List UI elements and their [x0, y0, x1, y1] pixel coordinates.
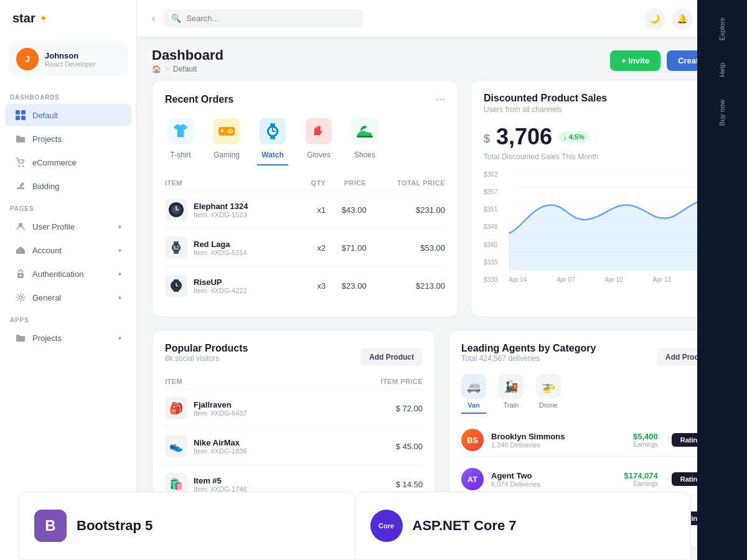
- breadcrumb-separator: >: [165, 65, 169, 73]
- explore-button[interactable]: Explore: [716, 12, 728, 45]
- sidebar-item-projects[interactable]: Projects: [5, 128, 131, 150]
- item-price: $71.00: [326, 229, 366, 267]
- drone-icon: 🚁: [536, 374, 561, 399]
- sidebar-item-authentication[interactable]: Authentication ▾: [5, 263, 131, 285]
- section-apps: APPS: [0, 309, 136, 326]
- chevron-down-icon: ▾: [118, 223, 121, 230]
- svg-rect-11: [16, 250, 25, 254]
- chevron-down-icon: ▾: [118, 271, 121, 278]
- agent-earnings: $174,074: [608, 471, 658, 480]
- la-tab-drone[interactable]: 🚁 Drone: [536, 374, 561, 414]
- sidebar-item-label: eCommerce: [32, 158, 77, 167]
- svg-point-6: [19, 166, 21, 167]
- theme-toggle-button[interactable]: 🌙: [644, 8, 665, 29]
- shoes-icon: [349, 116, 380, 147]
- svg-rect-2: [16, 110, 20, 114]
- user-name: Johnson: [45, 51, 96, 60]
- sales-chart: $362 $357 $351 $346 $340 $335 $330: [484, 171, 719, 283]
- home-icon: 🏠: [152, 65, 161, 73]
- watch-icon: [257, 116, 288, 147]
- chart-label: $330: [484, 276, 497, 283]
- breadcrumb: 🏠 > Default: [152, 65, 223, 73]
- svg-rect-36: [357, 136, 373, 138]
- pp-item-cell: 👟 Nike AirMax Item: #XDG-1836: [165, 427, 336, 465]
- chart-label: $346: [484, 223, 497, 230]
- gloves-icon: [303, 116, 334, 147]
- sidebar-item-label: Projects: [32, 134, 62, 144]
- topbar-left: ‹ 🔍: [149, 9, 637, 27]
- logo-text: star: [12, 11, 35, 26]
- pp-item-price: $ 45.00: [336, 427, 423, 465]
- tab-shoes-label: Shoes: [354, 151, 375, 159]
- popular-products-subtitle: 8k social visitors: [165, 354, 248, 363]
- table-row: Elephant 1324 Item: #XDG-1523 x1 $43.00 …: [165, 191, 445, 229]
- agent-earnings-label: Earnings: [608, 441, 658, 448]
- user-card[interactable]: J Johnson React Developer: [9, 42, 128, 77]
- item-name: Elephant 1324: [194, 202, 248, 211]
- pp-item-name: Fjallraven: [194, 400, 247, 409]
- sidebar-item-user-profile[interactable]: User Profile ▾: [5, 215, 131, 238]
- agent-earnings-label: Earnings: [608, 480, 658, 487]
- promo-aspnet[interactable]: Core ASP.NET Core 7: [355, 492, 692, 560]
- discounted-sales-subtitle: Users from all channels: [484, 105, 607, 114]
- tab-gaming-label: Gaming: [214, 151, 240, 159]
- sidebar-collapse-button[interactable]: ‹: [149, 11, 157, 27]
- chart-label: $362: [484, 171, 497, 178]
- tab-gloves[interactable]: Gloves: [303, 116, 334, 166]
- van-icon: 🚐: [461, 374, 486, 399]
- svg-line-54: [176, 286, 178, 286]
- item-qty: x2: [301, 229, 326, 267]
- buy-now-button[interactable]: Buy now: [716, 95, 728, 131]
- svg-text:J: J: [25, 54, 30, 64]
- col-price: PRICE: [326, 175, 366, 191]
- pp-item-id: Item: #XDG-1836: [194, 447, 247, 455]
- tab-gaming[interactable]: Gaming: [211, 116, 242, 166]
- invite-button[interactable]: + Invite: [610, 50, 660, 71]
- agent-avatar: BS: [461, 429, 484, 451]
- sidebar-item-account[interactable]: Account ▾: [5, 239, 131, 261]
- search-input[interactable]: [186, 14, 355, 23]
- list-item: 👟 Nike AirMax Item: #XDG-1836 $ 45.00: [165, 427, 423, 465]
- order-tabs: T-shirt: [165, 116, 445, 166]
- item-name: Red Laga: [194, 240, 247, 249]
- orders-table: ITEM QTY PRICE TOTAL PRICE: [165, 175, 445, 304]
- svg-point-7: [22, 166, 24, 167]
- promo-bootstrap[interactable]: B Bootstrap 5: [19, 492, 355, 560]
- add-product-button[interactable]: Add Product: [360, 348, 423, 366]
- sidebar-item-bidding[interactable]: Bidding: [5, 175, 131, 197]
- gaming-icon: [211, 116, 242, 147]
- la-tab-train[interactable]: 🚂 Train: [499, 374, 524, 414]
- chart-label: $357: [484, 189, 497, 195]
- bootstrap-logo: B: [34, 510, 67, 542]
- item-cell: Elephant 1324 Item: #XDG-1523: [165, 191, 301, 229]
- la-tab-label: Van: [467, 401, 480, 409]
- la-tab-van[interactable]: 🚐 Van: [461, 374, 486, 414]
- pp-col-price: ITEM PRICE: [336, 374, 423, 390]
- help-button[interactable]: Help: [716, 58, 728, 82]
- sidebar-item-ecommerce[interactable]: eCommerce: [5, 151, 131, 174]
- sidebar-item-apps-projects[interactable]: Projects ▾: [5, 327, 131, 349]
- sidebar-item-default[interactable]: Default: [5, 104, 131, 126]
- tab-shoes[interactable]: Shoes: [349, 116, 380, 166]
- notification-button[interactable]: 🔔: [672, 8, 693, 29]
- leading-agents-title: Leading Agents by Category: [461, 343, 596, 354]
- sidebar-item-label: Account: [32, 246, 62, 255]
- section-pages: PAGES: [0, 198, 136, 215]
- pp-item-image: 👟: [165, 435, 187, 457]
- card-header-orders: Recent Orders ···: [165, 93, 445, 106]
- la-tab-label: Train: [504, 401, 519, 409]
- pp-item-name: Item #5: [194, 476, 247, 485]
- recent-orders-title: Recent Orders: [165, 94, 233, 105]
- right-panel: Explore Help Buy now: [697, 0, 747, 560]
- sidebar-item-general[interactable]: General ▾: [5, 286, 131, 309]
- tab-watch[interactable]: Watch: [257, 116, 288, 166]
- svg-rect-9: [19, 182, 24, 187]
- item-qty: x1: [301, 191, 326, 229]
- gear-icon: [15, 292, 26, 303]
- tab-tshirt[interactable]: T-shirt: [165, 116, 196, 166]
- item-cell: Red Laga Item: #XDG-5314: [165, 229, 301, 267]
- discounted-sales-title: Discounted Product Sales: [484, 93, 607, 103]
- pp-item-name: Nike AirMax: [194, 438, 247, 447]
- item-total: $53.00: [367, 229, 445, 267]
- card-menu-icon[interactable]: ···: [436, 93, 445, 106]
